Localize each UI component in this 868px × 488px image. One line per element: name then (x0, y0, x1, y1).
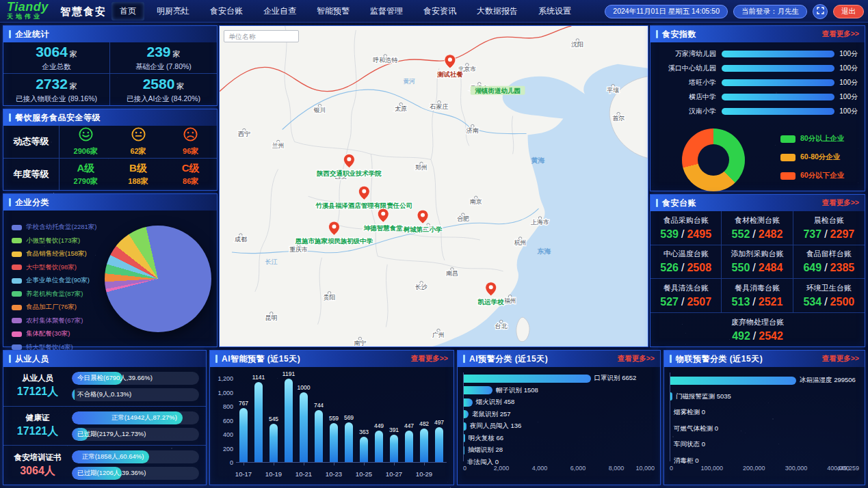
svg-text:南宁: 南宁 (354, 340, 366, 347)
level-count: 62家 (130, 146, 146, 157)
ledger-name: 废弃物处理台账 (731, 317, 784, 327)
bar-value-label: 559 (329, 415, 339, 422)
ledger-cell-1: 食材检测台账552/2482 (722, 211, 793, 245)
stat-cell-3: 2580家已接入AI企业 (84.20%) (110, 74, 217, 105)
bar-10-22 (315, 410, 323, 462)
header-accent (463, 355, 465, 363)
ledger-done: 526 (660, 262, 679, 273)
svg-text:上海市: 上海市 (531, 219, 549, 226)
nav-item-2[interactable]: 食安台账 (202, 2, 251, 21)
hbar-row-4: 夜间人员闯入 136 (464, 420, 655, 433)
legend-label: 60-80分企业 (800, 152, 840, 162)
axis-tick-label: 100,000 (700, 465, 723, 472)
score-bar (722, 79, 834, 86)
nav-item-4[interactable]: 智能预警 (308, 2, 358, 21)
svg-text:重庆市: 重庆市 (289, 246, 308, 253)
legend-label: 大中型餐饮(98家) (26, 263, 77, 272)
level-row-label: 年度等级 (3, 159, 60, 191)
nav-item-5[interactable]: 监督管理 (362, 2, 411, 21)
view-more-link[interactable]: 查看更多>> (618, 354, 655, 364)
ledger-total: 2508 (687, 262, 711, 273)
ledger-total: 2297 (830, 228, 855, 240)
axis-tick-label: 10,000 (635, 465, 655, 472)
y-axis-label: 1,000 (211, 390, 233, 396)
legend-label: 小微型餐饮(173家) (26, 236, 80, 245)
y-axis-label: 400 (211, 431, 233, 438)
stat-unit: 家 (70, 82, 77, 90)
bar-10-25 (360, 437, 368, 462)
category-legend-item-1: 小微型餐饮(173家) (12, 236, 96, 245)
panel-header: AI智能预警 (近15天)查看更多>> (210, 351, 453, 367)
food-index-row-3: 横店中学100分 (650, 90, 865, 104)
fullscreen-button[interactable] (813, 4, 828, 19)
ledger-separator: / (821, 296, 830, 308)
nav-item-7[interactable]: 大数据报告 (469, 2, 526, 21)
bar-10-27 (390, 435, 398, 462)
nav-item-3[interactable]: 企业自查 (255, 2, 304, 21)
donut-legend-item-0: 80分以上企业 (780, 134, 844, 144)
bar-value-label: 449 (374, 422, 384, 429)
ledger-name: 食材检测台账 (735, 215, 780, 226)
ledger-separator: / (821, 228, 830, 240)
nav-item-1[interactable]: 明厨亮灶 (148, 2, 198, 21)
hbar-row-4: 车间状态 0 (670, 437, 859, 453)
hbar-row-0: 口罩识别 6652 (464, 372, 655, 385)
view-more-link[interactable]: 查看更多>> (822, 198, 859, 208)
axis-tick-label: 6,000 (570, 465, 586, 472)
nav-item-6[interactable]: 食安资讯 (415, 2, 464, 21)
staff-bar-text: 已过期(2179人,12.73%) (77, 428, 146, 441)
staff-bar-1-0: 正常(14942人,87.27%) (72, 411, 199, 424)
x-axis-label: 10-17 (235, 470, 252, 478)
level-count: 86家 (183, 176, 198, 187)
ledger-name: 餐具消毒台账 (735, 283, 780, 293)
staff-value: 17121人 (3, 424, 72, 439)
svg-text:广州: 广州 (432, 331, 445, 338)
staff-group-1: 健康证17121人正常(14942人,87.27%)已过期(2179人,12.7… (3, 407, 206, 446)
svg-text:福州: 福州 (504, 297, 516, 304)
stat-number: 239 (146, 44, 170, 59)
staff-bars: 今日晨检(6790人,39.66%)不合格(9人,0.13%) (72, 368, 206, 405)
sea-label: 黄海 (531, 157, 545, 164)
header-accent (9, 113, 11, 122)
legend-swatch (780, 154, 795, 161)
school-name: 万家湾幼儿园 (657, 49, 716, 59)
axis-tick-label: 2,000 (494, 465, 510, 472)
nav-item-0[interactable]: 首页 (111, 2, 144, 21)
staff-bars: 正常(14942人,87.27%)已过期(2179人,12.73%) (72, 408, 206, 444)
china-map[interactable]: 黄海东海黄河长江沈阳呼和浩特北京市天津市银川石家庄太原济南西宁兰州西安郑州南京合… (219, 25, 648, 347)
iot-category-chart: 冰箱温湿度 299506门磁报警监测 5035烟雾检测 0可燃气体检测 0车间状… (664, 367, 865, 485)
donut-hole (698, 144, 729, 176)
ledger-total: 2385 (830, 262, 855, 273)
panel-header: 物联预警分类 (近15天)查看更多>> (664, 351, 865, 367)
svg-text:坤德智慧食堂: 坤德智慧食堂 (363, 224, 403, 232)
ledger-values: 534/2500 (803, 296, 854, 308)
ledger-cell-5: 食品留样台账649/2385 (793, 245, 865, 280)
search-input[interactable] (224, 30, 299, 42)
view-more-link[interactable]: 查看更多>> (822, 29, 859, 39)
logout-button[interactable]: 退出 (833, 5, 864, 18)
legend-swatch (780, 135, 795, 143)
legend-label: 企事业单位食堂(90家) (26, 276, 90, 285)
bar-10-17 (239, 408, 248, 462)
x-axis-tick (274, 463, 274, 465)
enterprise-stats-grid: 3064家企业总数239家基础企业 (7.80%)2732家已接入物联企业 (8… (3, 42, 217, 105)
x-axis-label: 10-25 (356, 470, 372, 478)
svg-text:昆明: 昆明 (265, 314, 278, 321)
brand-logo: Tiandy 天地伟业 (7, 1, 49, 20)
current-user-display: 当前登录：月先生 (733, 5, 807, 18)
svg-text:平壤: 平壤 (607, 87, 619, 94)
panel-title: 从业人员 (15, 353, 49, 365)
bar-value-label: 569 (344, 414, 354, 421)
hbar-label: 明火复核 66 (469, 434, 503, 443)
nav-item-8[interactable]: 系统设置 (530, 2, 579, 21)
view-more-link[interactable]: 查看更多>> (411, 354, 448, 364)
category-legend-item-8: 集体配餐(30家) (12, 329, 96, 338)
y-axis-label: 1,200 (211, 375, 233, 382)
ledger-name: 中心温度台账 (663, 249, 709, 259)
stat-unit: 家 (70, 50, 77, 58)
hbar-rows: 冰箱温湿度 299506门磁报警监测 5035烟雾检测 0可燃气体检测 0车间状… (670, 372, 859, 461)
category-legend-item-0: 学校含幼托食堂(2281家) (12, 223, 96, 232)
view-more-link[interactable]: 查看更多>> (822, 354, 859, 364)
bar-value-label: 497 (434, 419, 444, 426)
highlighted-site-label[interactable]: 湖镇街道幼儿园 (471, 86, 525, 95)
